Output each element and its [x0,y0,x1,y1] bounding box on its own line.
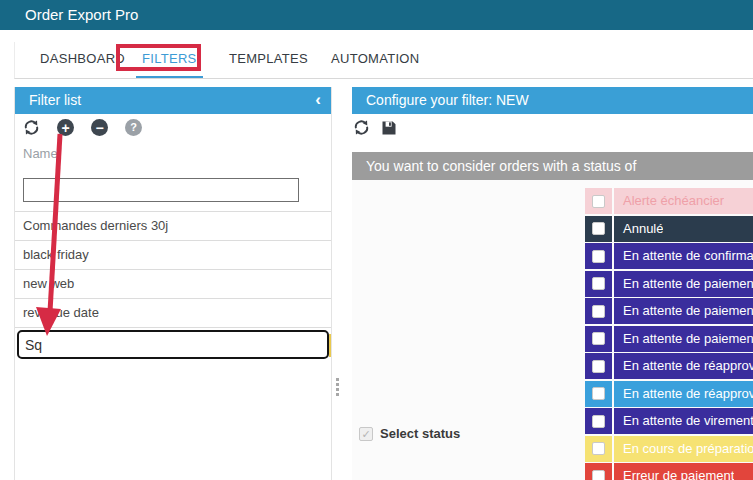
filter-list: Commandes derniers 30j black friday new … [15,211,331,328]
status-label: Alerte échéancier [614,188,724,214]
status-checkbox[interactable] [592,332,605,345]
status-checkbox[interactable] [592,195,605,208]
add-filter-icon[interactable]: + [57,119,74,136]
input-highlight-sliver [329,334,331,357]
filter-list-item[interactable]: Commandes derniers 30j [15,212,331,241]
tab-templates[interactable]: TEMPLATES [223,42,314,76]
status-checkbox-cell [585,463,614,480]
order-export-pro-window: Order Export Pro DASHBOARD FILTERS TEMPL… [0,0,753,480]
status-checkbox-cell [585,243,614,269]
filter-list-header: Filter list ‹ [15,87,331,114]
status-checkbox-cell [585,408,614,434]
status-checkbox-cell [585,188,614,214]
collapse-panel-icon[interactable]: ‹ [315,87,321,113]
order-status-row[interactable]: En attente de paiemen [585,326,753,352]
status-label: En attente de confirma [614,243,753,269]
status-label: En attente de réapprov [614,353,753,379]
status-label: En attente de virement [614,408,753,434]
new-filter-name-input[interactable] [17,330,329,359]
tab-filters[interactable]: FILTERS [136,42,203,78]
select-status-label: Select status [380,426,460,441]
status-checkbox-cell [585,436,614,462]
status-checkbox-cell [585,216,614,242]
order-status-row[interactable]: En attente de virement [585,408,753,434]
name-column-label: Name [23,146,58,161]
filter-list-item[interactable]: new web [15,270,331,299]
configure-filter-toolbar [353,119,397,136]
order-status-row[interactable]: Annulé [585,216,753,242]
order-status-row[interactable]: Erreur de paiement [585,463,753,480]
order-status-row[interactable]: En attente de paiemen [585,271,753,297]
status-checkbox[interactable] [592,360,605,373]
status-checkbox[interactable] [592,470,605,480]
status-checkbox-cell [585,353,614,379]
status-checkbox[interactable] [592,250,605,263]
filter-list-item[interactable]: revenue date [15,299,331,328]
order-status-row[interactable]: Alerte échéancier [585,188,753,214]
filter-list-panel: Filter list ‹ + − ? Name Co [14,87,332,480]
help-icon[interactable]: ? [125,119,142,136]
filter-list-toolbar: + − ? [23,119,142,136]
panel-resize-handle[interactable] [336,378,340,398]
status-label: En attente de paiemen [614,271,753,297]
tab-automation[interactable]: AUTOMATION [325,42,425,76]
status-checkbox-cell [585,298,614,324]
status-checkbox-cell [585,326,614,352]
select-status-checkbox: ✓ [359,427,373,441]
status-label: Annulé [614,216,663,242]
filter-list-title: Filter list [29,92,81,108]
order-status-row[interactable]: En attente de réapprov [585,353,753,379]
name-search-input[interactable] [23,178,299,202]
status-checkbox[interactable] [592,387,605,400]
tab-bar: DASHBOARD FILTERS TEMPLATES AUTOMATION [14,42,753,79]
status-label: En cours de préparatio [614,436,753,462]
filter-list-item[interactable]: black friday [15,241,331,270]
status-checkbox-cell [585,271,614,297]
order-status-row[interactable]: En attente de réapprov [585,381,753,407]
remove-filter-icon[interactable]: − [91,119,108,136]
status-checkbox-cell [585,381,614,407]
refresh-icon[interactable] [23,119,40,136]
refresh-icon[interactable] [353,119,370,136]
order-status-row[interactable]: En attente de paiemen [585,298,753,324]
configure-filter-panel: Configure your filter: NEW [352,87,753,480]
configure-filter-header: Configure your filter: NEW [352,87,753,114]
select-status-field: ✓ Select status [359,426,460,441]
save-icon[interactable] [381,120,397,136]
status-label: En attente de paiemen [614,326,753,352]
configure-filter-title: Configure your filter: NEW [366,92,529,108]
status-checkbox[interactable] [592,277,605,290]
status-checkbox[interactable] [592,415,605,428]
status-checkbox[interactable] [592,442,605,455]
status-label: En attente de paiemen [614,298,753,324]
order-status-list: Alerte échéancier Annulé En attente de c… [585,188,753,480]
status-checkbox[interactable] [592,222,605,235]
order-status-row[interactable]: En attente de confirma [585,243,753,269]
status-label: En attente de réapprov [614,381,753,407]
status-section-header: You want to consider orders with a statu… [352,152,753,180]
app-title: Order Export Pro [25,6,138,23]
order-status-row[interactable]: En cours de préparatio [585,436,753,462]
tab-dashboard[interactable]: DASHBOARD [34,42,131,76]
app-title-bar: Order Export Pro [0,0,753,30]
status-label: Erreur de paiement [614,463,734,480]
status-checkbox[interactable] [592,305,605,318]
